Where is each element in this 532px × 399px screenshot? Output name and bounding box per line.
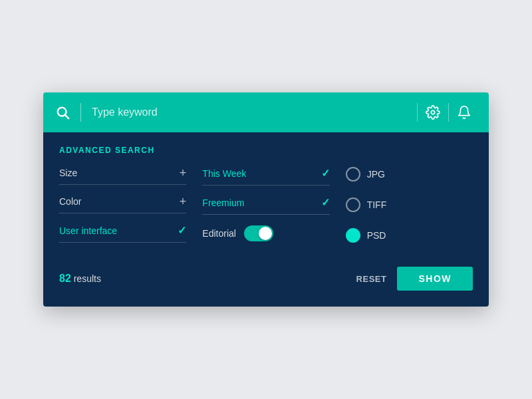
filter-thisweek-label: This Week <box>202 168 321 179</box>
svg-line-1 <box>65 115 68 118</box>
search-bar <box>43 92 489 132</box>
svg-point-2 <box>431 110 435 114</box>
left-filters: Size + Color + User interface ✓ <box>59 167 186 248</box>
filter-freemium-label: Freemium <box>202 198 321 208</box>
results-count: 82 <box>59 273 71 284</box>
format-jpg[interactable]: JPG <box>346 167 473 187</box>
filter-size: Size + <box>59 167 186 185</box>
filter-userinterface-label: User interface <box>59 225 178 236</box>
filter-size-label: Size <box>59 168 180 178</box>
format-jpg-circle <box>346 167 360 182</box>
middle-filters: This Week ✓ Freemium ✓ Editorial <box>202 167 329 248</box>
filter-freemium: Freemium ✓ <box>202 196 329 215</box>
filter-thisweek-check: ✓ <box>321 167 330 180</box>
results-text: 82 results <box>59 273 356 285</box>
notifications-button[interactable] <box>452 100 477 125</box>
settings-button[interactable] <box>420 100 446 125</box>
format-tiff-label: TIFF <box>367 200 387 210</box>
filter-editorial-label: Editorial <box>202 228 236 239</box>
search-icon <box>55 105 70 120</box>
panel-body: ADVANCED SEARCH Size + Color + User inte… <box>43 132 489 307</box>
search-divider <box>80 103 81 122</box>
reset-button[interactable]: RESET <box>356 274 387 284</box>
filter-size-add[interactable]: + <box>180 167 187 179</box>
filter-thisweek: This Week ✓ <box>202 167 329 186</box>
filter-userinterface: User interface ✓ <box>59 224 186 243</box>
filter-color: Color + <box>59 196 186 213</box>
filter-userinterface-check: ✓ <box>178 224 186 237</box>
filter-editorial: Editorial <box>202 225 329 247</box>
filter-color-add[interactable]: + <box>180 196 187 207</box>
editorial-toggle[interactable] <box>244 225 273 241</box>
format-psd[interactable]: PSD <box>346 228 473 248</box>
search-input[interactable] <box>92 106 409 118</box>
results-label: results <box>74 273 101 284</box>
search-card: ADVANCED SEARCH Size + Color + User inte… <box>43 92 489 307</box>
format-jpg-label: JPG <box>367 169 385 180</box>
toggle-thumb <box>259 227 272 240</box>
show-button[interactable]: SHOW <box>397 267 473 291</box>
icon-divider-left <box>417 103 418 122</box>
format-psd-circle <box>346 228 360 243</box>
panel-footer: 82 results RESET SHOW <box>59 264 473 291</box>
format-psd-label: PSD <box>367 230 386 241</box>
format-tiff[interactable]: TIFF <box>346 198 473 217</box>
advanced-search-title: ADVANCED SEARCH <box>59 146 473 155</box>
search-actions <box>417 100 477 125</box>
filters-grid: Size + Color + User interface ✓ This Wee… <box>59 167 473 248</box>
filter-color-label: Color <box>59 196 180 207</box>
right-filters: JPG TIFF PSD <box>346 167 473 248</box>
icon-divider-right <box>448 103 449 122</box>
format-tiff-circle <box>346 198 360 212</box>
filter-freemium-check: ✓ <box>321 196 330 209</box>
